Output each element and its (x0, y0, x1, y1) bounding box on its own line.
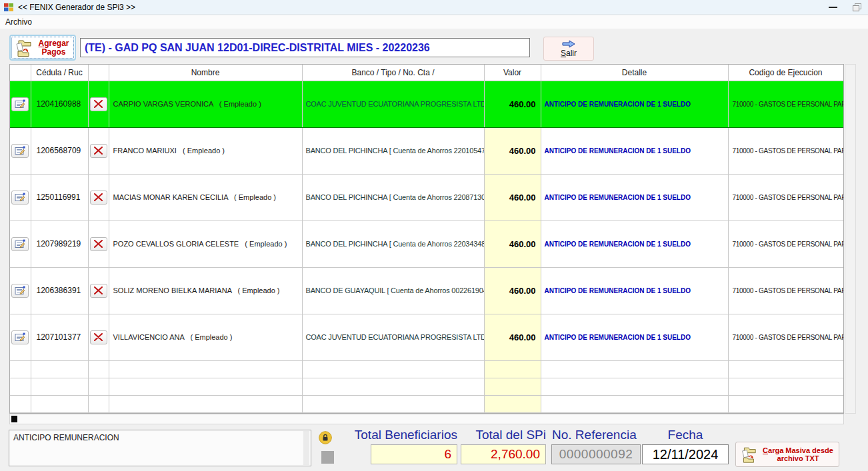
payments-grid: Cédula / Ruc Nombre Banco / Tipo / No. C… (9, 64, 844, 414)
restore-button[interactable] (845, 0, 868, 15)
window-titlebar: << FENIX Generador de SPi3 >> (0, 0, 868, 15)
delete-cell (88, 314, 109, 360)
grid-vertical-scrollbar[interactable] (845, 64, 856, 414)
table-row: 1204160988 CARPIO VARGAS VERONICA ( Empl… (10, 81, 843, 127)
delete-row-button[interactable] (90, 330, 107, 344)
fecha-input[interactable] (642, 444, 729, 464)
edit-row-button[interactable] (11, 97, 29, 111)
delete-cell (88, 174, 109, 221)
exit-arrow-icon (561, 39, 576, 49)
banco-cell: BANCO DEL PICHINCHA [ Cuenta de Ahorros … (302, 174, 484, 221)
col-header-nombre: Nombre (109, 65, 302, 81)
table-row-empty (10, 378, 843, 395)
edit-form-icon (15, 286, 25, 295)
delete-x-icon (94, 193, 103, 201)
menu-bar: Archivo (0, 15, 868, 29)
minimize-icon (829, 7, 837, 8)
grid-horizontal-scrollbar[interactable] (9, 414, 844, 424)
edit-row-button[interactable] (11, 284, 29, 298)
agregar-pagos-button[interactable]: Agregar Pagos (9, 35, 76, 61)
valor-cell: 460.00 (484, 81, 541, 127)
table-row: 1207989219 POZO CEVALLOS GLORIA CELESTE … (10, 221, 843, 267)
detalle-cell: ANTICIPO DE REMUNERACION DE 1 SUELDO (541, 221, 728, 267)
col-header-valor: Valor (484, 65, 541, 81)
edit-cell (10, 221, 31, 267)
nombre-cell: VILLAVICENCIO ANA ( Empleado ) (109, 314, 302, 360)
col-header-banco: Banco / Tipo / No. Cta / (302, 65, 484, 81)
edit-cell (10, 127, 31, 174)
delete-x-icon (94, 100, 103, 108)
carga-masiva-label: Carga Masiva desde archivo TXT (760, 446, 836, 462)
edit-cell (10, 174, 31, 221)
codigo-cell: 710000 - GASTOS DE PERSONAL PARA INVERSI (728, 267, 843, 314)
codigo-cell: 710000 - GASTOS DE PERSONAL PARA INVERSI (728, 127, 843, 174)
restore-icon (853, 3, 861, 11)
fecha-label: Fecha (642, 428, 729, 442)
codigo-cell: 710000 - GASTOS DE PERSONAL PARA INVERSI (728, 81, 843, 127)
cedula-cell: 1207101377 (31, 314, 88, 360)
banco-cell: COAC JUVENTUD ECUATORIANA PROGRESISTA LT… (302, 314, 484, 360)
table-row-empty (10, 395, 843, 412)
delete-x-icon (94, 333, 103, 341)
no-referencia-input (551, 444, 641, 464)
no-referencia-label: No. Referencia (552, 428, 645, 442)
carga-masiva-button[interactable]: Carga Masiva desde archivo TXT (735, 442, 839, 467)
table-row-empty (10, 360, 843, 378)
window-title: << FENIX Generador de SPi3 >> (18, 3, 135, 12)
delete-cell (88, 127, 109, 174)
salir-button[interactable]: Salir (543, 37, 594, 61)
horizontal-scroll-thumb[interactable] (11, 416, 17, 422)
edit-cell (10, 314, 31, 360)
delete-row-button[interactable] (90, 191, 107, 205)
codigo-cell: 710000 - GASTOS DE PERSONAL PARA INVERSI (728, 221, 843, 267)
nombre-cell: CARPIO VARGAS VERONICA ( Empleado ) (109, 81, 302, 127)
edit-row-button[interactable] (11, 237, 29, 251)
table-row: 1206568709 FRANCO MARIUXI ( Empleado ) B… (10, 127, 843, 174)
grid-body: 1204160988 CARPIO VARGAS VERONICA ( Empl… (10, 81, 843, 414)
delete-x-icon (94, 286, 103, 294)
gray-square-indicator (321, 451, 334, 464)
detalle-memo-field[interactable]: ANTICIPO REMUNERACION (9, 430, 311, 466)
total-spi-label: Total del SPi (461, 428, 546, 442)
edit-row-button[interactable] (11, 330, 29, 344)
edit-row-button[interactable] (11, 191, 29, 205)
salir-label: Salir (561, 49, 577, 58)
app-icon (3, 3, 14, 12)
banco-cell: BANCO DEL PICHINCHA [ Cuenta de Ahorros … (302, 127, 484, 174)
edit-form-icon (15, 146, 25, 155)
nombre-cell: FRANCO MARIUXI ( Empleado ) (109, 127, 302, 174)
col-header-cedula: Cédula / Ruc (31, 65, 88, 81)
agregar-pagos-label: Agregar Pagos (35, 39, 73, 57)
delete-x-icon (94, 147, 103, 155)
memo-scrollbar[interactable] (303, 431, 309, 465)
minimize-button[interactable] (821, 0, 844, 15)
valor-cell: 460.00 (484, 221, 541, 267)
edit-form-icon (15, 332, 25, 342)
delete-row-button[interactable] (90, 144, 107, 158)
copy-folder-icon (739, 446, 757, 464)
document-title-input[interactable] (80, 38, 530, 57)
grid-header-row: Cédula / Ruc Nombre Banco / Tipo / No. C… (10, 65, 843, 81)
table-row: 1206386391 SOLIZ MORENO BIELKA MARIANA (… (10, 267, 843, 314)
delete-x-icon (94, 240, 103, 248)
copy-folder-icon (13, 39, 33, 57)
detalle-cell: ANTICIPO DE REMUNERACION DE 1 SUELDO (541, 174, 728, 221)
table-row: 1207101377 VILLAVICENCIO ANA ( Empleado … (10, 314, 843, 360)
delete-row-button[interactable] (90, 284, 107, 298)
menu-item-archivo[interactable]: Archivo (0, 15, 37, 27)
col-header-codigo: Codigo de Ejecucion (728, 65, 843, 81)
edit-cell (10, 81, 31, 127)
col-header-delete (88, 65, 109, 81)
col-header-detalle: Detalle (541, 65, 728, 81)
banco-cell: COAC JUVENTUD ECUATORIANA PROGRESISTA LT… (302, 81, 484, 127)
delete-row-button[interactable] (90, 237, 107, 251)
delete-row-button[interactable] (90, 97, 107, 111)
nombre-cell: MACIAS MONAR KAREN CECILIA ( Empleado ) (109, 174, 302, 221)
cedula-cell: 1206568709 (31, 127, 88, 174)
nombre-cell: POZO CEVALLOS GLORIA CELESTE ( Empleado … (109, 221, 302, 267)
edit-row-button[interactable] (11, 144, 29, 158)
edit-form-icon (15, 239, 25, 248)
total-beneficiarios-value: 6 (371, 444, 457, 464)
delete-cell (88, 221, 109, 267)
total-spi-value: 2,760.00 (461, 444, 546, 464)
